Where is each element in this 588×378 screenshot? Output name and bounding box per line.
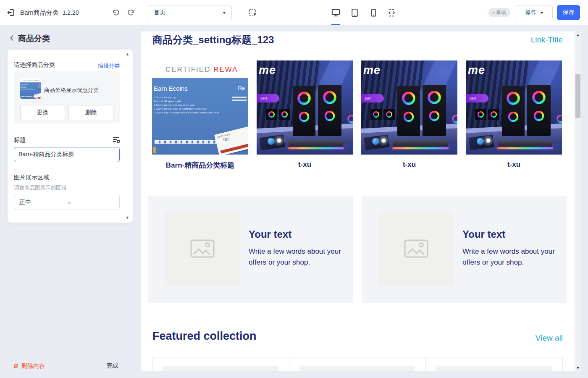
- collection-item-image: me pert: [257, 60, 353, 155]
- page-select-value: 首页: [154, 9, 223, 16]
- device-mobile-button[interactable]: [369, 8, 378, 19]
- exit-icon: [7, 8, 15, 18]
- featured-product-card[interactable]: [289, 357, 426, 371]
- collection-item-image: me pert: [361, 60, 457, 155]
- status-badge-label: 草稿: [496, 9, 506, 16]
- featured-product-card[interactable]: [426, 357, 562, 371]
- delete-content-button[interactable]: 删除内容: [13, 362, 45, 370]
- remove-collection-button[interactable]: 删除: [68, 105, 113, 120]
- image-area-select-value: 正中: [19, 199, 67, 206]
- sidebar-header: 商品分类: [9, 33, 50, 44]
- caret-down-icon: [223, 12, 226, 16]
- top-toolbar: Barn商品分类 1.2.20 首页: [0, 0, 588, 25]
- data-list-icon: [112, 135, 121, 145]
- caret-down-icon: [540, 12, 543, 16]
- delete-content-label: 删除内容: [21, 362, 45, 370]
- done-button[interactable]: 完成: [107, 362, 118, 370]
- collection-section-link[interactable]: Link-Title: [531, 35, 563, 45]
- sidebar-title: 商品分类: [18, 33, 50, 44]
- product-image-placeholder: [163, 366, 278, 371]
- device-desktop-button[interactable]: [331, 8, 341, 19]
- product-image-placeholder: [300, 366, 415, 371]
- product-image-placeholder: [436, 366, 552, 371]
- promo-title: Your text: [249, 228, 341, 240]
- select-collection-label: 请选择商品分类: [14, 61, 55, 69]
- device-responsive-button[interactable]: [387, 8, 396, 19]
- collection-item-label: Barn-精商品分类标题: [152, 160, 248, 170]
- collection-name: 商品价格展示优惠分类: [44, 87, 99, 94]
- redo-icon: [127, 8, 135, 18]
- promo-card[interactable]: Your text Write a few words about your o…: [362, 196, 567, 303]
- collection-section-title[interactable]: 商品分类_setting标题_123: [152, 33, 274, 47]
- rgb-speakers-art: me pert: [257, 60, 353, 155]
- promo-text-block: Your text Write a few words about your o…: [462, 228, 555, 268]
- rgb-speakers-art: me pert: [361, 60, 457, 155]
- featured-collection-title[interactable]: Featured collection: [152, 330, 257, 343]
- collection-item-label: t-xu: [257, 160, 353, 169]
- scroll-up-arrow[interactable]: ▲: [575, 33, 581, 37]
- certified-banner-art: CERTIFIED REWA Earn Ecoins Re 0 Ecoins f…: [152, 60, 248, 155]
- collection-item[interactable]: me pert: [257, 60, 353, 170]
- save-button[interactable]: 保存: [557, 5, 580, 20]
- status-badge: 草稿: [488, 8, 510, 17]
- collection-item-label: t-xu: [361, 160, 457, 169]
- settings-panel: ▲ ▼ 请选择商品分类 编辑分类 CERTIFIED REWA Earn Eco…: [8, 50, 133, 223]
- collection-item-image: me pert: [466, 60, 562, 155]
- scrollbar-thumb[interactable]: [575, 74, 580, 118]
- chevron-down-icon: [67, 199, 114, 206]
- preview-canvas: 商品分类_setting标题_123 Link-Title CERTIFIED …: [141, 32, 575, 371]
- scroll-down-arrow[interactable]: ▼: [575, 366, 581, 370]
- image-placeholder-icon: [404, 239, 428, 260]
- image-placeholder-icon: [190, 239, 215, 260]
- sidebar-back-button[interactable]: [9, 34, 14, 43]
- app-version: 1.2.20: [63, 9, 79, 16]
- undo-icon: [112, 8, 120, 18]
- editor-app: Barn商品分类 1.2.20 首页: [0, 0, 588, 378]
- replace-collection-button[interactable]: 更换: [20, 105, 65, 120]
- promo-body: Write a few words about your offers or y…: [249, 246, 341, 268]
- actions-button-label: 操作: [525, 9, 537, 16]
- collection-item[interactable]: CERTIFIED REWA Earn Ecoins Re 0 Ecoins f…: [152, 60, 248, 170]
- selected-collection-card: CERTIFIED REWA Earn Ecoins Re 0 Ecoins f…: [14, 71, 120, 123]
- trash-icon: [13, 362, 19, 370]
- image-area-select[interactable]: 正中: [14, 195, 120, 210]
- panel-scroll-down-arrow[interactable]: ▼: [126, 216, 129, 220]
- collection-thumbnail: CERTIFIED REWA Earn Ecoins Re 0 Ecoins f…: [20, 79, 41, 99]
- featured-collection-row: [152, 357, 563, 371]
- promo-card[interactable]: Your text Write a few words about your o…: [148, 196, 353, 303]
- collection-item[interactable]: me pert: [361, 60, 457, 170]
- exit-editor-button[interactable]: [7, 8, 15, 18]
- marquee-cursor-icon: [248, 8, 258, 19]
- select-element-button[interactable]: [248, 8, 258, 19]
- page-select[interactable]: 首页: [148, 5, 232, 20]
- sidebar-footer-divider: [7, 353, 133, 353]
- redo-button[interactable]: [127, 8, 135, 18]
- status-dot: [493, 12, 494, 13]
- desktop-icon: [331, 8, 341, 19]
- featured-collection-link[interactable]: View all: [536, 333, 563, 343]
- collection-item-image: CERTIFIED REWA Earn Ecoins Re 0 Ecoins f…: [152, 60, 248, 155]
- device-tablet-button[interactable]: [350, 8, 360, 19]
- image-placeholder: [378, 213, 454, 286]
- active-device-indicator: [331, 24, 340, 25]
- responsive-resize-icon: [387, 8, 396, 19]
- promo-body: Write a few words about your offers or y…: [462, 246, 555, 268]
- collection-item[interactable]: me pert: [466, 60, 562, 170]
- actions-button[interactable]: 操作: [516, 5, 553, 20]
- featured-product-card[interactable]: [152, 357, 289, 371]
- image-area-desc: 调整商品图展示的区域: [14, 184, 66, 192]
- rgb-speakers-art: me pert: [466, 60, 562, 155]
- undo-button[interactable]: [112, 8, 120, 18]
- chevron-left-icon: [9, 34, 14, 43]
- promo-title: Your text: [462, 228, 555, 240]
- edit-collection-link[interactable]: 编辑分类: [98, 62, 120, 70]
- panel-scroll-up-arrow[interactable]: ▲: [126, 52, 129, 56]
- collection-items-row: CERTIFIED REWA Earn Ecoins Re 0 Ecoins f…: [152, 60, 562, 170]
- canvas-scrollbar[interactable]: ▲ ▼: [575, 32, 581, 371]
- title-input[interactable]: [14, 147, 120, 162]
- mobile-icon: [369, 8, 378, 19]
- app-title-group: Barn商品分类 1.2.20: [20, 9, 79, 17]
- title-field-label: 标题: [14, 136, 26, 144]
- collection-item-label: t-xu: [466, 160, 562, 169]
- bind-data-button[interactable]: [112, 135, 121, 145]
